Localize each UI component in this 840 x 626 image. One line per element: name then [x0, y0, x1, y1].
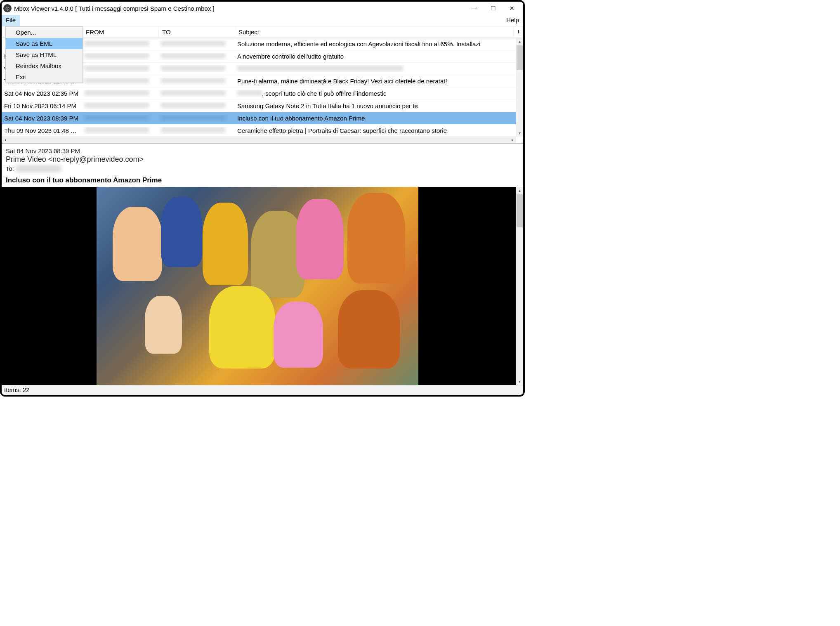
scroll-thumb[interactable]: [517, 194, 523, 227]
cell-from: [82, 115, 158, 122]
cell-subject: Soluzione moderna, efficiente ed ecologi…: [235, 40, 516, 47]
status-items: Items: 22: [4, 386, 30, 393]
cell-from: [82, 78, 158, 85]
menu-help[interactable]: Help: [502, 15, 523, 26]
maximize-button[interactable]: ☐: [484, 2, 503, 14]
cell-from: [82, 53, 158, 60]
app-icon: ◎: [3, 4, 12, 12]
scroll-down-icon[interactable]: ▾: [516, 378, 523, 385]
menu-exit[interactable]: Exit: [6, 71, 83, 83]
scroll-up-icon[interactable]: ▴: [516, 38, 523, 45]
close-button[interactable]: ✕: [503, 2, 521, 14]
preview-pane: Sat 04 Nov 2023 08:39 PM Prime Video <no…: [2, 144, 523, 385]
list-scrollbar-vertical[interactable]: ▴ ▾: [516, 38, 523, 137]
minimize-button[interactable]: —: [465, 2, 484, 14]
cell-to: [158, 90, 235, 97]
scroll-left-icon[interactable]: ◂: [2, 136, 9, 143]
column-to[interactable]: TO: [158, 27, 235, 37]
preview-from: Prime Video <no-reply@primevideo.com>: [6, 155, 519, 164]
cell-to: [158, 78, 235, 85]
cell-subject: Ceramiche effetto pietra | Portraits di …: [235, 127, 516, 134]
preview-to: To: xxxx: [6, 165, 519, 172]
cell-subject: Samsung Galaxy Note 2 in Tutta Italia ha…: [235, 102, 516, 109]
table-row[interactable]: Sat 04 Nov 2023 08:39 PMIncluso con il t…: [2, 112, 516, 125]
table-row[interactable]: Sat 04 Nov 2023 02:35 PM, scopri tutto c…: [2, 87, 516, 100]
scroll-thumb[interactable]: [517, 45, 523, 70]
cell-to: [158, 40, 235, 47]
menubar: File Help: [2, 15, 523, 26]
cell-date: Thu 09 Nov 2023 01:48 PM: [2, 127, 82, 134]
cell-date: Fri 10 Nov 2023 06:14 PM: [2, 102, 82, 109]
cell-subject: [235, 65, 516, 72]
window-controls: — ☐ ✕: [465, 2, 521, 14]
preview-header: Sat 04 Nov 2023 08:39 PM Prime Video <no…: [2, 144, 523, 187]
table-row[interactable]: Fri 10 Nov 2023 06:14 PMSamsung Galaxy N…: [2, 100, 516, 112]
preview-body: ▴ ▾: [2, 187, 523, 385]
cell-subject: Incluso con il tuo abbonamento Amazon Pr…: [235, 115, 516, 122]
cell-from: [82, 65, 158, 72]
scroll-down-icon[interactable]: ▾: [516, 130, 523, 137]
preview-subject: Incluso con il tuo abbonamento Amazon Pr…: [6, 176, 519, 184]
cell-to: [158, 53, 235, 60]
scroll-right-icon[interactable]: ▸: [509, 136, 516, 143]
window-title: Mbox Viewer v1.4.0.0 [ Tutti i messaggi …: [14, 5, 465, 12]
cell-from: [82, 102, 158, 109]
cell-date: Sat 04 Nov 2023 08:39 PM: [2, 115, 82, 122]
list-scrollbar-horizontal[interactable]: ◂ ▸: [2, 136, 516, 143]
scroll-up-icon[interactable]: ▴: [516, 187, 523, 194]
cell-date: Sat 04 Nov 2023 02:35 PM: [2, 90, 82, 97]
cell-subject: , scopri tutto ciò che ti può offrire Fi…: [235, 90, 516, 97]
statusbar: Items: 22: [2, 385, 523, 395]
preview-to-value-redacted: xxxx: [16, 165, 61, 172]
column-excl[interactable]: !: [513, 27, 523, 37]
menu-save-eml[interactable]: Save as EML: [6, 38, 83, 49]
preview-to-label: To:: [6, 165, 16, 172]
titlebar: ◎ Mbox Viewer v1.4.0.0 [ Tutti i messagg…: [2, 2, 523, 15]
cell-to: [158, 127, 235, 134]
table-row[interactable]: Thu 09 Nov 2023 01:48 PMCeramiche effett…: [2, 125, 516, 137]
cell-subject: A novembre controllo dell'udito gratuito: [235, 53, 516, 60]
column-from[interactable]: FROM: [82, 27, 158, 37]
cell-from: [82, 90, 158, 97]
menu-save-html[interactable]: Save as HTML: [6, 49, 83, 60]
column-subject[interactable]: Subject: [235, 27, 513, 37]
menu-file[interactable]: File: [2, 15, 20, 26]
cell-subject: Pune-ți alarma, mâine dimineață e Black …: [235, 78, 516, 85]
preview-date: Sat 04 Nov 2023 08:39 PM: [6, 147, 519, 154]
file-dropdown: Open... Save as EML Save as HTML Reindex…: [5, 26, 83, 83]
menu-open[interactable]: Open...: [6, 27, 83, 38]
preview-image: [97, 187, 418, 385]
cell-from: [82, 127, 158, 134]
cell-to: [158, 65, 235, 72]
cell-to: [158, 115, 235, 122]
cell-to: [158, 102, 235, 109]
menu-reindex[interactable]: Reindex Mailbox: [6, 60, 83, 71]
preview-scrollbar-vertical[interactable]: ▴ ▾: [516, 187, 523, 385]
cell-from: [82, 40, 158, 47]
